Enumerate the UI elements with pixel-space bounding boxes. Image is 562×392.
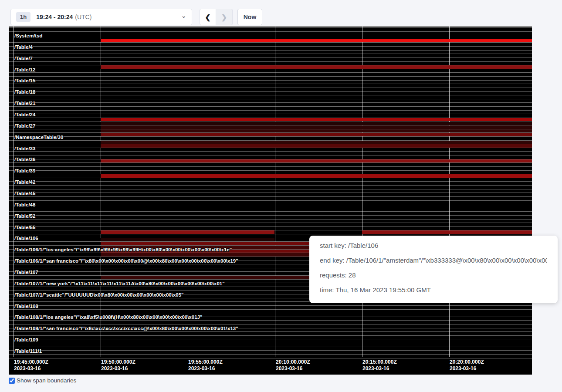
grid-line-horizontal [9,54,532,54]
axis-date-text: 2023-03-16 [14,365,48,372]
tooltip-time: time: Thu, 16 Mar 2023 19:55:00 GMT [320,286,547,294]
row-label: /Table/39 [14,168,35,173]
grid-line-horizontal [9,170,532,171]
grid-line-horizontal [9,84,532,84]
axis-time-label: 19:45:00.000Z2023-03-16 [14,359,48,372]
grid-line-horizontal [9,309,532,310]
grid-line-horizontal [9,223,532,223]
heat-band [101,230,274,234]
grid-line-horizontal [9,320,532,321]
heat-band [101,129,532,133]
heat-band [101,118,532,122]
grid-line-horizontal [9,46,532,47]
grid-line-horizontal [9,31,532,32]
row-label: /Table/15 [14,78,35,83]
span-boundaries-checkbox[interactable] [9,378,15,384]
row-label: /Table/107 [14,270,38,275]
grid-line-horizontal [9,215,532,216]
axis-time-label: 20:10:00.000Z2023-03-16 [276,359,310,372]
time-range-badge: 1h [16,12,30,22]
grid-line-horizontal [9,110,532,111]
grid-line-horizontal [9,114,532,114]
tooltip-start-key: start key: /Table/106 [320,241,547,250]
row-label: /Table/12 [14,67,35,72]
axis-time-label: 19:55:00.000Z2023-03-16 [188,359,223,372]
grid-line-horizontal [9,50,532,51]
row-label: /Table/111/1 [14,348,42,354]
grid-line-horizontal [9,335,532,336]
axis-date-text: 2023-03-16 [450,365,484,372]
now-button[interactable]: Now [237,9,262,25]
grid-line-horizontal [9,200,532,201]
row-label: /Table/27 [14,123,35,128]
grid-line-horizontal [9,305,532,306]
chevron-left-icon: ❮ [205,13,210,21]
axis-time-label: 20:15:00.000Z2023-03-16 [362,359,397,372]
grid-line-vertical [449,26,450,357]
grid-line-horizontal [9,42,532,43]
row-label: /Table/24 [14,112,35,117]
row-label: /Table/108 [14,304,38,309]
heat-band [101,159,532,163]
row-label: /Table/48 [14,202,35,207]
grid-line-vertical [101,26,101,357]
grid-line-horizontal [9,57,532,58]
grid-line-horizontal [9,102,532,103]
grid-line-vertical [188,26,188,357]
grid-line-horizontal [9,196,532,197]
key-visualizer-canvas[interactable]: /System/tsd/Table/4/Table/7/Table/12/Tab… [9,26,532,375]
row-label: /Table/109 [14,337,38,342]
grid-line-horizontal [9,72,532,73]
span-boundaries-control: Show span boundaries [9,377,76,384]
axis-time-text: 20:10:00.000Z [276,359,310,365]
row-label: /Table/106/1/"san francisco"/"\x80\x00\x… [14,258,238,264]
row-label: /Table/36 [14,157,35,162]
grid-line-horizontal [9,211,532,212]
grid-line-horizontal [9,95,532,95]
axis-date-text: 2023-03-16 [188,365,223,372]
heat-band [101,39,532,43]
grid-line-horizontal [9,347,532,347]
row-label: /Table/18 [14,89,35,95]
tooltip-end-key: end key: /Table/106/1/"amsterdam"/"\xb33… [320,256,547,265]
grid-line-horizontal [9,204,532,204]
heat-band [101,65,532,69]
grid-line-horizontal [9,178,532,178]
grid-line-horizontal [9,324,532,324]
axis-date-text: 2023-03-16 [101,365,135,372]
axis-time-text: 19:45:00.000Z [14,359,48,365]
map-top-border [9,26,532,27]
row-label: /Table/42 [14,179,35,185]
row-label: /Table/107/1/"new york"/"\x11\x11\x11\x1… [14,281,225,286]
grid-line-horizontal [9,151,532,152]
row-label: /Table/4 [14,44,33,50]
grid-line-horizontal [9,162,532,163]
axis-time-text: 20:15:00.000Z [362,359,397,365]
next-time-button[interactable]: ❯ [216,9,233,25]
prev-time-button[interactable]: ❮ [200,9,216,25]
grid-line-horizontal [9,99,532,99]
grid-line-horizontal [9,91,532,92]
grid-line-horizontal [9,61,532,62]
grid-line-horizontal [9,193,532,193]
grid-line-horizontal [9,27,532,28]
grid-line-horizontal [9,358,532,358]
row-label: /System/tsd [14,33,43,38]
axis-time-label: 20:20:00.000Z2023-03-16 [450,359,484,372]
heat-band [101,122,532,125]
grid-line-horizontal [9,166,532,167]
axis-time-text: 19:50:00.000Z [101,359,135,365]
span-tooltip: start key: /Table/106 end key: /Table/10… [309,236,558,303]
axis-time-text: 20:20:00.000Z [450,359,484,365]
tooltip-requests: requests: 28 [320,271,547,280]
row-label: /Table/106 [14,236,38,241]
heat-band [101,133,532,136]
grid-line-horizontal [9,350,532,351]
row-label: /Table/21 [14,101,35,106]
row-label: /Table/7 [14,56,33,61]
heat-band [101,125,532,129]
row-label: /Table/106/1/"los angeles"/"\x99\x99\x99… [14,247,232,252]
time-range-select[interactable]: 1h 19:24 - 20:24 (UTC) ⌄ [10,9,192,25]
grid-line-horizontal [9,35,532,35]
axis-time-label: 19:50:00.000Z2023-03-16 [101,359,135,372]
